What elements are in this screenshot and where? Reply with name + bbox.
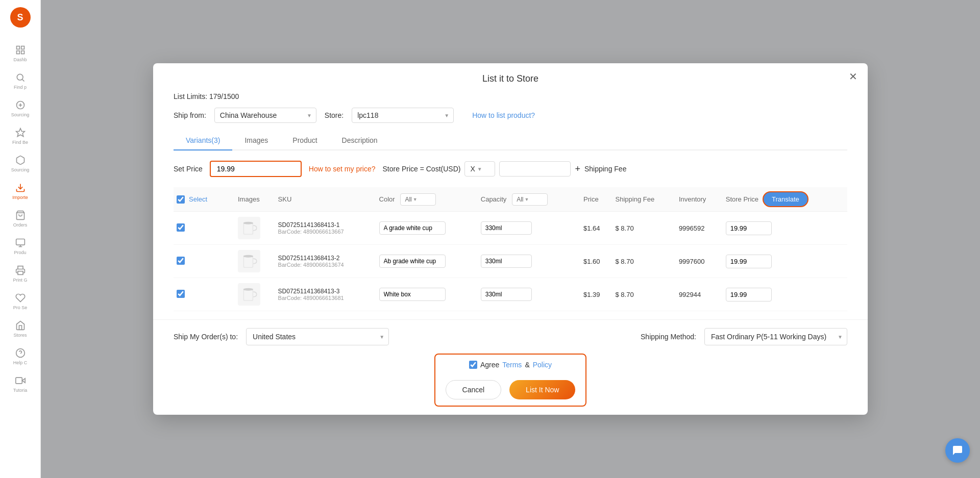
- capacity-input-0[interactable]: [481, 221, 532, 235]
- sidebar-item-print[interactable]: Print G: [0, 260, 40, 288]
- multiplier-value-input[interactable]: [499, 161, 571, 177]
- color-filter[interactable]: All ▼: [400, 193, 436, 206]
- th-store-price: Store Price: [726, 195, 758, 203]
- sidebar-item-sourcing[interactable]: Sourcing: [0, 95, 40, 122]
- set-price-input[interactable]: [210, 161, 302, 177]
- sidebar: S Dashb Find p Sourcing Find Be Sourcing…: [0, 0, 41, 478]
- color-filter-value: All: [405, 196, 411, 203]
- store-select[interactable]: lpc118 ▼: [352, 108, 454, 123]
- svg-marker-9: [16, 129, 24, 137]
- multiplier-select[interactable]: X ▼: [464, 161, 495, 177]
- row-checkbox-2[interactable]: [177, 290, 185, 298]
- capacity-input-1[interactable]: [481, 255, 532, 268]
- sidebar-item-help[interactable]: Help C: [0, 343, 40, 370]
- sidebar-item-label: Orders: [13, 222, 28, 228]
- row-inventory-cell: 992944: [676, 278, 723, 311]
- sidebar-item-find-best[interactable]: Find Be: [0, 122, 40, 150]
- sidebar-item-label: Find p: [14, 85, 27, 90]
- tab-images[interactable]: Images: [232, 131, 280, 150]
- action-buttons: Cancel List It Now: [446, 380, 576, 399]
- shipping-method-select[interactable]: Fast Ordinary P(5-11 Working Days) ▼: [704, 328, 847, 345]
- tab-product[interactable]: Product: [280, 131, 329, 150]
- tab-description[interactable]: Description: [330, 131, 390, 150]
- cancel-button[interactable]: Cancel: [446, 380, 502, 399]
- sku-text: SD07251141368413-2: [278, 255, 373, 262]
- help-icon: [15, 348, 26, 358]
- sidebar-item-tutorial[interactable]: Tutoria: [0, 370, 40, 398]
- th-sku: SKU: [275, 187, 376, 212]
- sidebar-item-imported[interactable]: Importe: [0, 178, 40, 205]
- products-icon: [15, 238, 26, 248]
- inventory-text: 9997600: [679, 258, 705, 265]
- row-checkbox-cell: [174, 245, 235, 278]
- country-value: United States: [253, 333, 296, 341]
- modal-title: List it to Store: [174, 73, 847, 84]
- sidebar-item-stores[interactable]: Stores: [0, 315, 40, 343]
- product-thumbnail: [238, 217, 260, 239]
- svg-marker-18: [22, 379, 25, 383]
- sidebar-item-find[interactable]: Find p: [0, 67, 40, 95]
- chat-button[interactable]: [945, 438, 970, 463]
- sidebar-item-sourcing2[interactable]: Sourcing: [0, 150, 40, 178]
- row-checkbox-0[interactable]: [177, 223, 185, 232]
- sidebar-item-pro[interactable]: Pro Se: [0, 288, 40, 315]
- product-thumbnail: [238, 250, 260, 272]
- row-image-cell: [235, 278, 275, 311]
- ship-from-select[interactable]: China Warehouse ▼: [214, 108, 316, 123]
- svg-rect-3: [21, 51, 24, 54]
- tutorial-icon: [15, 375, 26, 386]
- list-limits-row: List Limits: 179/1500: [174, 92, 847, 100]
- terms-link[interactable]: Terms: [502, 361, 522, 369]
- th-shipping-fee: Shipping Fee: [612, 187, 676, 212]
- row-image-cell: [235, 245, 275, 278]
- row-inventory-cell: 9996592: [676, 212, 723, 245]
- ship-orders-label: Ship My Order(s) to:: [174, 333, 238, 341]
- sidebar-item-products[interactable]: Produ: [0, 233, 40, 260]
- select-all-label[interactable]: Select: [189, 195, 207, 203]
- inventory-text: 9996592: [679, 224, 705, 232]
- tab-variants[interactable]: Variants(3): [174, 131, 232, 150]
- row-sku-cell: SD07251141368413-2 BarCode: 489006661367…: [275, 245, 376, 278]
- sidebar-item-label: Tutoria: [13, 388, 28, 393]
- sidebar-item-orders[interactable]: Orders: [0, 205, 40, 233]
- store-price-input-1[interactable]: [726, 255, 772, 268]
- agree-cancel-list-section: Agree Terms & Policy Cancel List It Now: [434, 354, 587, 407]
- agree-text: Agree: [480, 361, 499, 369]
- sidebar-item-dashboard[interactable]: Dashb: [0, 40, 40, 67]
- color-input-0[interactable]: [379, 221, 446, 235]
- close-button[interactable]: ✕: [849, 71, 857, 82]
- price-text: $1.60: [583, 258, 600, 265]
- ship-from-label: Ship from:: [174, 111, 206, 119]
- svg-rect-24: [244, 257, 252, 267]
- capacity-input-2[interactable]: [481, 288, 532, 301]
- shipping-method-label: Shipping Method:: [641, 333, 696, 341]
- row-shipping-cell: $ 8.70: [612, 278, 676, 311]
- modal-overlay: List it to Store ✕ List Limits: 179/1500…: [41, 0, 980, 478]
- policy-link[interactable]: Policy: [533, 361, 552, 369]
- grid-icon: [15, 45, 26, 55]
- ship-from-row: Ship from: China Warehouse ▼ Store: lpc1…: [174, 108, 847, 123]
- row-capacity-cell: [478, 278, 580, 311]
- capacity-filter[interactable]: All ▼: [512, 193, 548, 206]
- svg-rect-19: [15, 378, 21, 384]
- country-select[interactable]: United States ▼: [246, 328, 389, 345]
- translate-button[interactable]: Translate: [763, 191, 808, 207]
- store-price-input-0[interactable]: [726, 221, 772, 235]
- chevron-down-icon: ▼: [413, 197, 418, 202]
- color-input-2[interactable]: [379, 288, 446, 301]
- store-price-input-2[interactable]: [726, 288, 772, 301]
- row-capacity-cell: [478, 212, 580, 245]
- shipping-fee-text: $ 8.70: [616, 224, 634, 232]
- sku-text: SD07251141368413-1: [278, 221, 373, 229]
- select-all-checkbox[interactable]: [177, 195, 185, 204]
- chevron-down-icon: ▼: [307, 113, 312, 118]
- row-checkbox-1[interactable]: [177, 257, 185, 265]
- list-now-button[interactable]: List It Now: [509, 380, 575, 399]
- row-checkbox-cell: [174, 212, 235, 245]
- color-input-1[interactable]: [379, 255, 446, 268]
- how-to-price-link[interactable]: How to set my price?: [309, 165, 376, 173]
- store-price-formula: Store Price = Cost(USD) X ▼ + Shipping F…: [383, 161, 627, 177]
- how-to-list-link[interactable]: How to list product?: [472, 111, 535, 119]
- orders-icon: [15, 210, 26, 220]
- agree-checkbox[interactable]: [469, 361, 477, 369]
